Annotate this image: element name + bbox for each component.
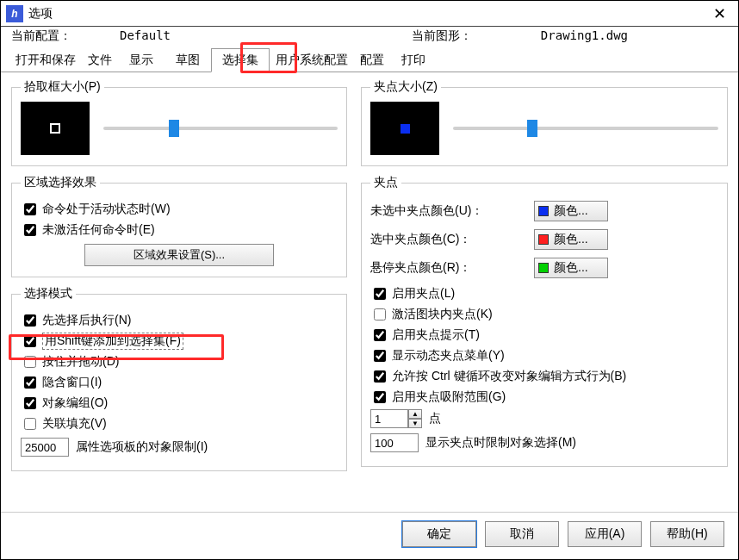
pickbox-preview: [21, 102, 90, 155]
checkbox-cmd-active[interactable]: [24, 203, 36, 215]
help-button[interactable]: 帮助(H): [650, 521, 724, 547]
region-effect-settings-button[interactable]: 区域效果设置(S)...: [84, 244, 274, 266]
input-grip-snap-range[interactable]: [370, 409, 408, 428]
tab-open-save[interactable]: 打开和保存: [9, 48, 82, 72]
current-config-value: Default: [120, 28, 171, 44]
checkbox-shift-add[interactable]: [24, 335, 36, 347]
select-mode-group: 选择模式 先选择后执行(N) 用Shift键添加到选择集(F) 按住并拖动(D)…: [11, 286, 347, 471]
label-press-drag: 按住并拖动(D): [42, 354, 119, 370]
tab-print[interactable]: 打印: [390, 48, 437, 72]
checkbox-enable-grips[interactable]: [374, 288, 386, 300]
label-shift-add: 用Shift键添加到选择集(F): [42, 333, 183, 350]
label-ctrl-cycle: 允许按 Ctrl 键循环改变对象编辑方式行为(B): [392, 369, 626, 384]
pickbox-size-group: 拾取框大小(P): [11, 79, 347, 166]
swatch-hover: [538, 263, 549, 273]
checkbox-implied-window[interactable]: [24, 376, 36, 389]
tab-bar: 打开和保存 文件 显示 草图 选择集 用户系统配置 配置 打印: [1, 47, 738, 72]
pickbox-size-slider[interactable]: [103, 127, 338, 130]
label-selected-grip-color: 选中夹点颜色(C)：: [370, 232, 525, 247]
label-palette-limit: 属性选项板的对象限制(I): [76, 439, 208, 455]
region-effect-legend: 区域选择效果: [21, 175, 100, 190]
region-effect-group: 区域选择效果 命令处于活动状态时(W) 未激活任何命令时(E) 区域效果设置(S…: [11, 175, 347, 277]
checkbox-grip-tips[interactable]: [374, 329, 386, 341]
tab-draft[interactable]: 草图: [165, 48, 211, 72]
selected-grip-color-button[interactable]: 颜色...: [534, 229, 608, 250]
label-grip-object-limit: 显示夹点时限制对象选择(M): [425, 435, 576, 451]
checkbox-grips-in-blocks[interactable]: [374, 308, 386, 320]
checkbox-dyn-grip-menu[interactable]: [374, 350, 386, 362]
label-assoc-hatch: 关联填充(V): [42, 416, 107, 432]
grips-group: 夹点 未选中夹点颜色(U)： 颜色... 选中夹点颜色(C)： 颜色..: [361, 175, 728, 467]
current-drawing-label: 当前图形：: [412, 28, 472, 44]
cancel-button[interactable]: 取消: [485, 521, 559, 547]
checkbox-no-cmd-active[interactable]: [24, 224, 36, 236]
grips-legend: 夹点: [370, 175, 401, 190]
hover-grip-color-button[interactable]: 颜色...: [534, 258, 608, 278]
grip-snap-range-spin[interactable]: ▲ ▼: [370, 409, 422, 428]
tab-selection[interactable]: 选择集: [211, 48, 270, 72]
unselected-grip-color-button[interactable]: 颜色...: [534, 201, 608, 221]
current-config-label: 当前配置：: [11, 28, 71, 44]
spin-down-icon[interactable]: ▼: [408, 419, 422, 428]
label-grip-snap: 启用夹点吸附范围(G): [392, 389, 506, 405]
input-grip-object-limit[interactable]: [370, 433, 419, 452]
label-dyn-grip-menu: 显示动态夹点菜单(Y): [392, 348, 505, 364]
label-spin-unit: 点: [429, 411, 441, 426]
options-dialog: h 选项 ✕ 当前配置： Default 当前图形： Drawing1.dwg …: [0, 0, 739, 560]
label-grip-tips: 启用夹点提示(T): [392, 327, 480, 343]
tab-file[interactable]: 文件: [82, 48, 118, 72]
label-implied-window: 隐含窗口(I): [42, 375, 102, 390]
gripsize-legend: 夹点大小(Z): [370, 79, 441, 95]
label-unselected-grip-color: 未选中夹点颜色(U)：: [370, 203, 525, 219]
label-cmd-active: 命令处于活动状态时(W): [42, 202, 171, 217]
current-drawing-value: Drawing1.dwg: [541, 28, 628, 44]
ok-button[interactable]: 确定: [402, 521, 476, 547]
swatch-selected: [538, 234, 549, 245]
apply-button[interactable]: 应用(A): [568, 521, 642, 547]
tab-profiles[interactable]: 配置: [354, 48, 390, 72]
select-mode-legend: 选择模式: [21, 286, 76, 302]
swatch-unselected: [538, 206, 549, 216]
window-title: 选项: [28, 6, 706, 22]
tab-user-pref[interactable]: 用户系统配置: [270, 48, 354, 72]
pickbox-size-legend: 拾取框大小(P): [21, 79, 104, 95]
titlebar: h 选项 ✕: [1, 1, 738, 27]
checkbox-ctrl-cycle[interactable]: [374, 370, 386, 383]
checkbox-assoc-hatch[interactable]: [24, 418, 36, 430]
label-object-group: 对象编组(O): [42, 395, 108, 411]
checkbox-noun-verb[interactable]: [24, 314, 36, 327]
config-info-row: 当前配置： Default 当前图形： Drawing1.dwg: [1, 27, 738, 47]
checkbox-grip-snap[interactable]: [374, 391, 386, 403]
spin-up-icon[interactable]: ▲: [408, 409, 422, 419]
checkbox-press-drag[interactable]: [24, 356, 36, 368]
pickbox-square-icon: [50, 123, 60, 134]
gripsize-group: 夹点大小(Z): [361, 79, 728, 166]
grip-square-icon: [401, 124, 410, 134]
label-enable-grips: 启用夹点(L): [392, 286, 455, 302]
input-palette-limit[interactable]: [21, 438, 69, 457]
app-icon: h: [6, 5, 23, 22]
gripsize-preview: [370, 102, 439, 155]
dialog-button-bar: 确定 取消 应用(A) 帮助(H): [1, 512, 738, 559]
checkbox-object-group[interactable]: [24, 397, 36, 409]
label-hover-grip-color: 悬停夹点颜色(R)：: [370, 260, 525, 276]
label-no-cmd-active: 未激活任何命令时(E): [42, 222, 155, 238]
label-noun-verb: 先选择后执行(N): [42, 313, 131, 328]
gripsize-slider[interactable]: [453, 127, 718, 130]
label-grips-in-blocks: 激活图块内夹点(K): [392, 307, 493, 322]
tab-display[interactable]: 显示: [118, 48, 165, 72]
close-icon[interactable]: ✕: [706, 4, 733, 23]
